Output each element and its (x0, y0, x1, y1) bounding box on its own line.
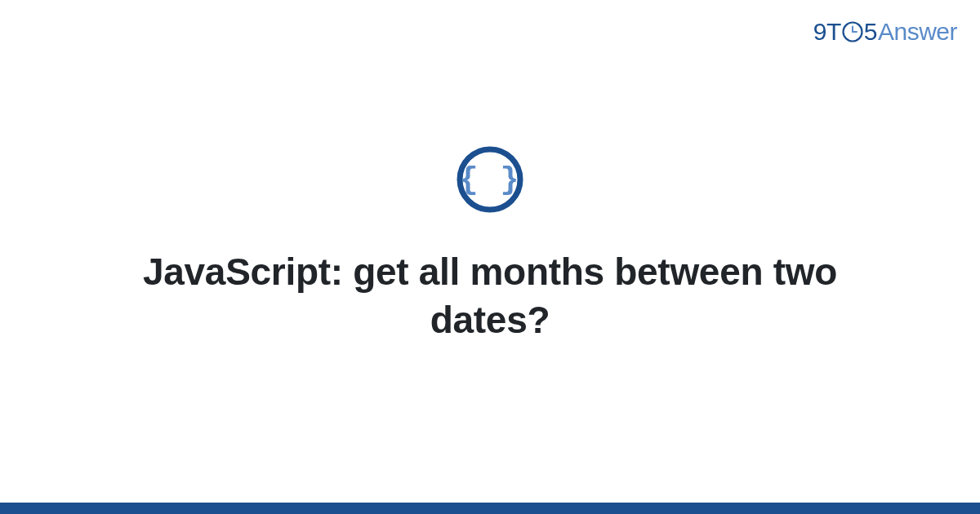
main-content: { } JavaScript: get all months between t… (0, 0, 980, 514)
svg-text:{ }: { } (460, 162, 520, 197)
code-braces-icon: { } (456, 145, 524, 214)
footer-accent-bar (0, 503, 980, 514)
page-title: JavaScript: get all months between two d… (122, 248, 858, 344)
